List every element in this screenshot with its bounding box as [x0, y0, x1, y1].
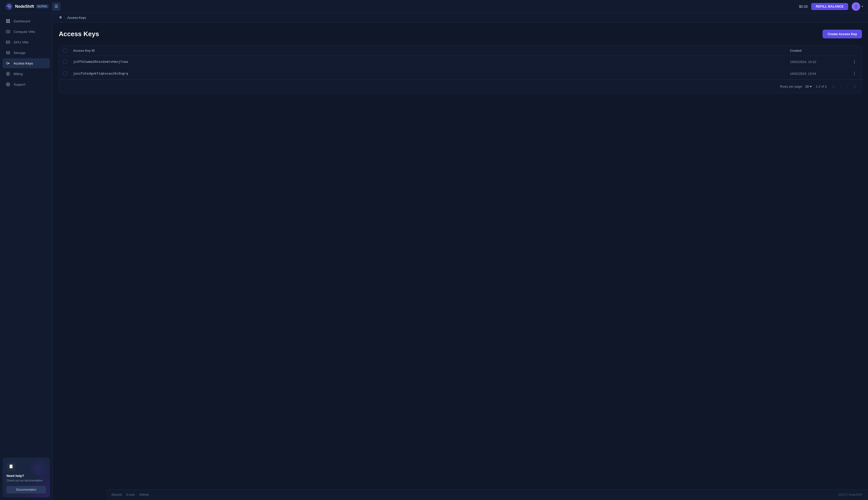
svg-point-1 — [8, 5, 10, 8]
hamburger-button[interactable]: ☰ — [52, 2, 60, 11]
rows-value: 10 — [805, 84, 809, 88]
footer: Discord X.com GitHub 2024 © NodeShift — [105, 489, 868, 500]
svg-point-16 — [854, 63, 855, 64]
svg-point-17 — [854, 72, 855, 72]
breadcrumb: › Access Keys — [53, 13, 868, 23]
balance-display: $0.00 — [799, 4, 808, 9]
pagination-next-button[interactable]: › — [845, 83, 850, 89]
pagination-prev-button[interactable]: ‹ — [839, 83, 843, 89]
sidebar-nav: Dashboard Compute VMs — [0, 13, 53, 455]
pagination-first-button[interactable]: ⟨⟨ — [831, 83, 836, 89]
svg-rect-2 — [6, 19, 8, 21]
sidebar-label-gpu-vms: GPU VMs — [13, 41, 29, 44]
gpu-icon — [5, 39, 11, 45]
select-all-checkbox[interactable] — [63, 49, 67, 53]
table-row[interactable]: jv2fh2iwma26nsxdsmtshmxj7xaa 15/02/2024,… — [59, 56, 862, 68]
rows-chevron-icon: ▾ — [810, 84, 812, 88]
footer-xcom[interactable]: X.com — [126, 493, 135, 497]
rows-per-page-label: Rows per page: — [780, 84, 803, 88]
topnav: NodeShift ALPHA ☰ $0.00 REFILL BALANCE 👤… — [0, 0, 868, 13]
table-header: Access Key ID Created — [59, 46, 862, 56]
logo-area: NodeShift ALPHA — [5, 2, 48, 11]
svg-point-14 — [854, 60, 855, 61]
svg-point-9 — [7, 51, 10, 53]
alpha-badge: ALPHA — [36, 4, 48, 8]
sidebar-item-dashboard[interactable]: Dashboard — [2, 16, 50, 26]
sidebar-label-storage: Storage — [13, 51, 25, 55]
footer-github[interactable]: GitHub — [140, 493, 149, 497]
table-row[interactable]: juxzfzhsdgvkfiqkvcaul6v3ngrq 16/02/2024,… — [59, 68, 862, 80]
header-checkbox-col — [63, 49, 73, 53]
row2-checkbox[interactable] — [63, 71, 67, 76]
dashboard-icon — [5, 19, 11, 24]
pagination-range: 1-2 of 2 — [816, 84, 827, 88]
page-title: Access Keys — [59, 30, 99, 38]
row2-key-id: juxzfzhsdgvkfiqkvcaul6v3ngrq — [73, 72, 790, 76]
svg-rect-5 — [8, 21, 10, 23]
header-id: Access Key ID — [73, 49, 790, 53]
svg-point-7 — [9, 32, 9, 32]
sidebar-item-gpu-vms[interactable]: GPU VMs — [2, 37, 50, 47]
breadcrumb-current: Access Keys — [67, 16, 86, 20]
footer-links: Discord X.com GitHub — [112, 493, 149, 497]
svg-rect-6 — [6, 30, 10, 33]
sidebar: Dashboard Compute VMs — [0, 13, 53, 500]
header-created: Created — [790, 49, 845, 53]
svg-point-13 — [7, 83, 9, 85]
row1-actions-menu[interactable] — [845, 59, 858, 64]
pagination-bar: Rows per page: 10 ▾ 1-2 of 2 ⟨⟨ ‹ › ⟩⟩ — [59, 80, 862, 93]
svg-rect-4 — [6, 21, 8, 23]
main-content: › Access Keys Access Keys Create Access … — [53, 13, 868, 500]
row1-created: 15/02/2024, 14:10 — [790, 60, 845, 64]
page-area: Access Keys Create Access Key Access Key… — [53, 23, 868, 489]
rows-per-page-select[interactable]: 10 ▾ — [805, 84, 812, 88]
documentation-button[interactable]: Documentation — [7, 486, 46, 493]
logo-icon — [5, 2, 13, 11]
row1-checkbox-col — [63, 60, 73, 64]
billing-icon — [5, 71, 11, 76]
app-name: NodeShift — [15, 4, 34, 9]
sidebar-label-dashboard: Dashboard — [13, 19, 30, 23]
help-card: 📋 Need help? Check out our documentation… — [2, 457, 50, 498]
breadcrumb-separator: › — [64, 16, 65, 20]
sidebar-item-access-keys[interactable]: Access Keys — [2, 58, 50, 68]
row1-checkbox[interactable] — [63, 60, 67, 64]
row2-actions-menu[interactable] — [845, 71, 858, 76]
footer-copyright: 2024 © NodeShift — [838, 493, 862, 497]
sidebar-item-billing[interactable]: Billing — [2, 69, 50, 79]
pagination-last-button[interactable]: ⟩⟩ — [852, 83, 858, 89]
sidebar-item-storage[interactable]: Storage — [2, 48, 50, 58]
key-icon — [5, 61, 11, 66]
footer-discord[interactable]: Discord — [112, 493, 122, 497]
refill-button[interactable]: REFILL BALANCE — [811, 3, 848, 10]
sidebar-label-access-keys: Access Keys — [13, 61, 33, 65]
layout: Dashboard Compute VMs — [0, 13, 868, 500]
sidebar-item-support[interactable]: Support — [2, 79, 50, 89]
topnav-left: NodeShift ALPHA ☰ — [5, 2, 60, 11]
row1-key-id: jv2fh2iwma26nsxdsmtshmxj7xaa — [73, 60, 790, 64]
page-header: Access Keys Create Access Key — [59, 30, 862, 38]
user-menu[interactable]: 👤 ▾ — [852, 2, 863, 11]
home-icon[interactable] — [59, 15, 62, 20]
support-icon — [5, 82, 11, 87]
help-description: Check out our documentation — [7, 479, 46, 482]
avatar: 👤 — [852, 2, 860, 11]
svg-point-18 — [854, 73, 855, 74]
sidebar-label-support: Support — [13, 82, 25, 86]
topnav-right: $0.00 REFILL BALANCE 👤 ▾ — [799, 2, 863, 11]
svg-rect-3 — [8, 19, 10, 21]
sidebar-label-compute-vms: Compute VMs — [13, 30, 35, 34]
row2-checkbox-col — [63, 71, 73, 76]
menu-icon: ☰ — [55, 4, 58, 9]
create-access-key-button[interactable]: Create Access Key — [823, 30, 862, 38]
sidebar-label-billing: Billing — [13, 72, 23, 76]
sidebar-item-compute-vms[interactable]: Compute VMs — [2, 26, 50, 37]
storage-icon — [5, 50, 11, 55]
compute-icon — [5, 29, 11, 34]
help-icon: 📋 — [7, 462, 15, 471]
svg-point-19 — [854, 75, 855, 75]
access-keys-table: Access Key ID Created jv2fh2iwma26nsxdsm… — [59, 45, 862, 93]
row2-created: 16/02/2024, 10:54 — [790, 72, 845, 76]
svg-point-15 — [854, 61, 855, 62]
chevron-down-icon: ▾ — [862, 5, 863, 8]
